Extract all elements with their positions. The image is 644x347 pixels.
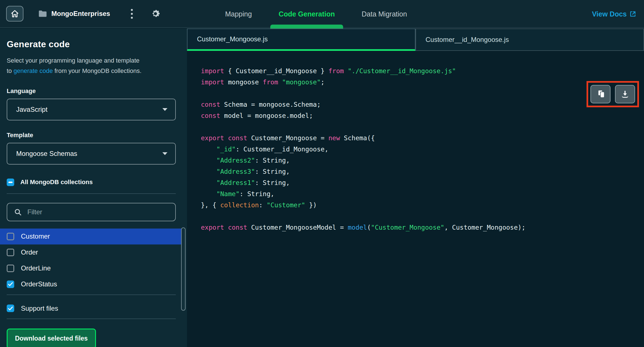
code-line: "Address3": String,	[201, 166, 644, 177]
language-value: JavaScript	[16, 106, 47, 113]
code-line: export const Customer_Mongoose = new Sch…	[201, 132, 644, 144]
project-breadcrumb: MongoEnterprises	[39, 10, 110, 18]
collection-row-orderstatus[interactable]: OrderStatus	[0, 276, 183, 292]
download-selected-files-button[interactable]: Download selected files	[7, 329, 96, 347]
collection-checkbox[interactable]	[7, 265, 14, 272]
code-line: }, { collection: "Customer" })	[201, 199, 644, 211]
collection-row-order[interactable]: Order	[0, 244, 183, 260]
view-docs-label: View Docs	[592, 10, 627, 18]
code-line: export const Customer_MongooseModel = mo…	[201, 222, 644, 233]
code-line: const Schema = mongoose.Schema;	[201, 99, 644, 110]
collection-name: Customer	[21, 232, 50, 240]
support-files-label: Support files	[21, 305, 58, 312]
template-select[interactable]: Mongoose Schemas	[7, 143, 176, 165]
code-content: import { Customer__id_Mongoose } from ".…	[201, 65, 644, 233]
generate-code-link[interactable]: generate code	[13, 67, 53, 74]
support-files-checkbox[interactable]	[7, 305, 14, 312]
code-line: import { Customer__id_Mongoose } from ".…	[201, 65, 644, 77]
folder-icon	[39, 10, 47, 17]
all-collections-row: All MongoDB collections	[7, 179, 180, 186]
code-line: import mongoose from "mongoose";	[201, 77, 644, 88]
nav-tab-code-generation[interactable]: Code Generation	[270, 0, 343, 28]
settings-button[interactable]	[150, 8, 161, 19]
panel-description: Select your programming language and tem…	[7, 56, 174, 76]
download-code-button[interactable]	[615, 85, 635, 103]
highlighted-actions-box	[587, 81, 639, 107]
code-editor: Customer_Mongoose.jsCustomer__id_Mongoos…	[187, 28, 644, 347]
file-tab-1[interactable]: Customer__id_Mongoose.js	[415, 28, 644, 51]
language-select[interactable]: JavaScript	[7, 99, 176, 120]
file-tabs: Customer_Mongoose.jsCustomer__id_Mongoos…	[187, 28, 644, 51]
panel-title: Generate code	[7, 39, 180, 49]
copy-code-button[interactable]	[590, 85, 611, 103]
collection-checkbox[interactable]	[7, 233, 14, 240]
top-bar: MongoEnterprises MappingCode GenerationD…	[0, 0, 644, 28]
indeterminate-icon	[8, 182, 13, 183]
divider	[7, 193, 176, 194]
collections-list: CustomerOrderOrderLineOrderStatus	[0, 229, 187, 292]
code-line: "Address1": String,	[201, 177, 644, 188]
nav-tab-mapping[interactable]: Mapping	[217, 0, 260, 28]
code-line	[201, 211, 644, 222]
filter-box	[7, 203, 176, 221]
collection-checkbox[interactable]	[7, 281, 14, 288]
all-collections-label: All MongoDB collections	[20, 179, 93, 186]
collection-checkbox[interactable]	[7, 249, 14, 256]
code-line: "_id": Customer__id_Mongoose,	[201, 144, 644, 155]
code-line	[201, 121, 644, 132]
divider	[7, 294, 176, 295]
template-value: Mongoose Schemas	[16, 150, 77, 158]
code-pane: import { Customer__id_Mongoose } from ".…	[187, 51, 644, 233]
template-label: Template	[7, 132, 180, 139]
external-link-icon	[629, 11, 636, 17]
collection-name: Order	[21, 248, 38, 256]
collection-row-orderline[interactable]: OrderLine	[0, 260, 183, 276]
project-name: MongoEnterprises	[51, 10, 110, 18]
code-line	[201, 88, 644, 99]
check-icon	[8, 282, 13, 286]
all-collections-checkbox[interactable]	[7, 179, 14, 186]
chevron-down-icon	[162, 108, 168, 111]
view-docs-link[interactable]: View Docs	[592, 0, 636, 28]
more-menu-button[interactable]	[129, 7, 135, 21]
check-icon	[8, 306, 13, 310]
code-line: "Name": String,	[201, 188, 644, 199]
gear-icon	[150, 8, 161, 19]
download-icon	[621, 90, 629, 99]
collection-row-customer[interactable]: Customer	[0, 229, 183, 244]
collection-name: OrderLine	[21, 264, 51, 272]
language-label: Language	[7, 87, 180, 95]
divider	[7, 319, 176, 319]
generate-code-panel: Generate code Select your programming la…	[0, 28, 187, 347]
file-tab-0[interactable]: Customer_Mongoose.js	[187, 28, 415, 51]
home-button[interactable]	[6, 6, 23, 22]
chevron-down-icon	[162, 152, 168, 156]
collection-name: OrderStatus	[21, 280, 57, 288]
copy-icon	[596, 90, 605, 99]
topbar-left-group: MongoEnterprises	[0, 6, 161, 22]
filter-input[interactable]	[27, 208, 161, 216]
sidebar-scrollbar[interactable]	[181, 227, 186, 311]
main-nav-tabs: MappingCode GenerationData Migration	[217, 0, 415, 28]
home-icon	[11, 9, 19, 18]
code-line: "Address2": String,	[201, 155, 644, 166]
support-files-row: Support files	[7, 301, 180, 316]
search-icon	[14, 208, 22, 216]
code-line: const model = mongoose.model;	[201, 110, 644, 121]
nav-tab-data-migration[interactable]: Data Migration	[353, 0, 415, 28]
